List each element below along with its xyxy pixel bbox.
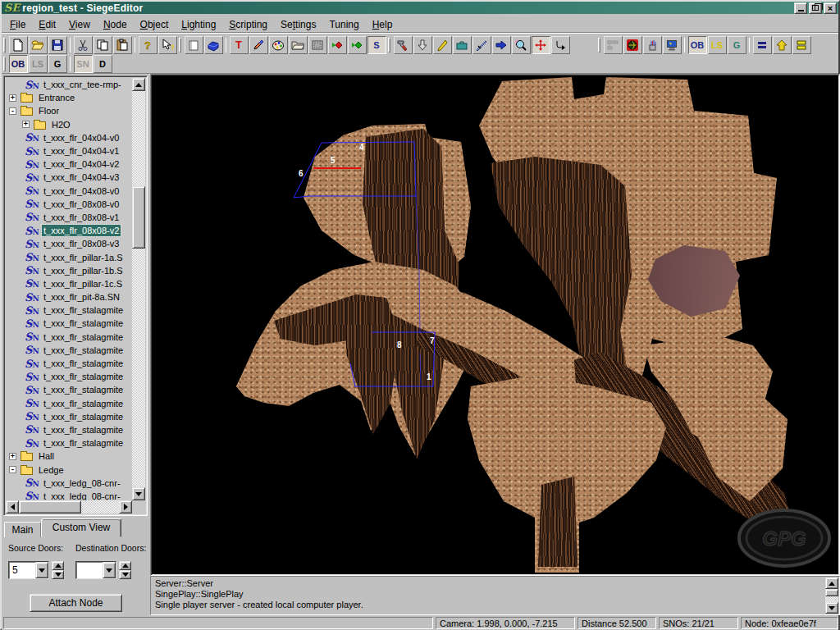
tree-item[interactable]: SN t_xxx_flr_stalagmite	[6, 370, 132, 383]
sword-button[interactable]	[472, 36, 491, 54]
pen-button[interactable]	[433, 36, 452, 54]
tree-item[interactable]: SN t_xxx_flr_04x04-v2	[6, 158, 132, 171]
dropdown-button[interactable]	[35, 562, 48, 578]
pencil-icon[interactable]	[249, 36, 268, 54]
insert-node-green-button[interactable]	[348, 36, 367, 54]
toolbar-grip[interactable]	[388, 38, 390, 52]
insert-node-red-button[interactable]	[328, 36, 347, 54]
mode-ls-button[interactable]: LS	[29, 55, 48, 73]
stepper-up-button[interactable]	[52, 561, 64, 570]
toolbar-grip[interactable]	[598, 38, 600, 52]
destination-doors-select[interactable]	[75, 561, 116, 579]
scroll-thumb[interactable]	[825, 589, 838, 596]
source-doors-stepper[interactable]	[52, 561, 64, 579]
tree-item[interactable]: + SN H2O	[6, 118, 132, 131]
tree-expander[interactable]: -	[9, 466, 16, 473]
toolbar-grip[interactable]	[3, 38, 6, 52]
tree-item[interactable]: SN t_xxx_flr_stalagmite	[6, 383, 132, 396]
menu-item[interactable]: Edit	[32, 17, 62, 32]
scroll-thumb[interactable]	[19, 500, 81, 514]
open-file-button[interactable]	[29, 36, 48, 54]
menu-item[interactable]: Scripting	[222, 17, 274, 32]
screenshot-button[interactable]	[308, 36, 327, 54]
viewport-canvas[interactable]: 456871 GPG	[151, 75, 839, 575]
ls-filter-button[interactable]: LS	[708, 36, 727, 54]
scroll-down-button[interactable]	[825, 602, 838, 614]
snap-toggle-button[interactable]: S	[368, 36, 386, 54]
attach-node-button[interactable]: Attach Node	[30, 594, 122, 612]
tree-item[interactable]: SN t_xxx_flr_stalagmite	[6, 317, 132, 330]
tree-item[interactable]: SN t_xxx_cnr_tee-rmp-	[6, 78, 132, 91]
console-log[interactable]: Server::Server SingePlay::SinglePlay Sin…	[153, 578, 824, 614]
tree-item[interactable]: SN t_xxx_flr_pillar-1a.S	[6, 250, 132, 263]
folder-view-button[interactable]	[289, 36, 308, 54]
close-button[interactable]: ×	[824, 2, 837, 14]
tree-expander[interactable]: +	[9, 453, 16, 460]
toolbar-grip[interactable]	[179, 38, 181, 52]
paste-button[interactable]	[113, 36, 132, 54]
new-file-button[interactable]	[9, 36, 28, 54]
scroll-left-button[interactable]	[6, 500, 19, 514]
menu-item[interactable]: Settings	[274, 17, 322, 32]
tree-item[interactable]: + SN Hall	[6, 450, 132, 463]
notebook-button[interactable]	[185, 36, 203, 54]
blue-chest-button[interactable]	[204, 36, 223, 54]
menu-item[interactable]: Tuning	[322, 17, 365, 32]
tree-expander[interactable]: +	[22, 121, 30, 128]
path-tool-button[interactable]	[551, 36, 570, 54]
scroll-up-button[interactable]	[825, 578, 838, 589]
monitor-button[interactable]	[663, 36, 682, 54]
world-button[interactable]	[623, 36, 642, 54]
destination-doors-stepper[interactable]	[119, 561, 131, 579]
flowchart-button[interactable]	[604, 36, 623, 54]
mode-ob-button[interactable]: OB	[9, 55, 28, 73]
tree-vertical-scrollbar[interactable]	[132, 78, 145, 500]
mode-g-button[interactable]: G	[48, 55, 67, 73]
tree-item[interactable]: SN t_xxx_flr_stalagmite	[6, 357, 132, 370]
scroll-down-button[interactable]	[132, 487, 145, 500]
menu-item[interactable]: View	[62, 17, 97, 32]
tree-item[interactable]: SN t_xxx_flr_pillar-1c.S	[6, 277, 132, 290]
mode-d-button[interactable]: D	[94, 55, 112, 73]
toolbar-grip[interactable]	[3, 57, 6, 71]
tree-expander[interactable]: +	[9, 94, 16, 102]
layers-button[interactable]	[792, 36, 811, 54]
brushes-button[interactable]	[643, 36, 662, 54]
tree-item[interactable]: SN t_xxx_flr_04x04-v0	[6, 131, 132, 144]
tree-item[interactable]: SN t_xxx_ledg_08-cnr-	[6, 477, 132, 490]
menu-item[interactable]: Object	[134, 17, 176, 32]
console-scrollbar[interactable]	[825, 578, 838, 614]
text-tool-button[interactable]: T	[230, 36, 249, 54]
stepper-down-button[interactable]	[52, 570, 64, 579]
tree-item[interactable]: - SN Ledge	[6, 463, 132, 476]
tree-item[interactable]: SN t_xxx_flr_08x08-v2	[6, 224, 132, 237]
palette-button[interactable]	[269, 36, 288, 54]
scroll-up-button[interactable]	[132, 78, 145, 91]
tree-item[interactable]: SN t_xxx_flr_stalagmite	[6, 304, 132, 317]
tree-item[interactable]: SN t_xxx_flr_stalagmite	[6, 397, 132, 410]
ob-filter-button[interactable]: OB	[688, 36, 707, 54]
toolbox-button[interactable]	[453, 36, 472, 54]
tree-item[interactable]: - SN Floor	[6, 104, 132, 117]
stepper-down-button[interactable]	[119, 570, 131, 579]
help-button[interactable]: ?	[139, 36, 158, 54]
tree-item[interactable]: SN t_xxx_ledg_08-cnr-	[6, 490, 132, 500]
tree-item[interactable]: SN t_xxx_flr_04x08-v0	[6, 185, 132, 198]
move-down-button[interactable]	[413, 36, 432, 54]
viewport-3d[interactable]: 456871 GPG	[150, 74, 840, 576]
tree-item[interactable]: SN t_xxx_flr_pit-8a.SN	[6, 290, 132, 304]
tree-expander[interactable]: -	[9, 107, 16, 115]
equals-button[interactable]	[753, 36, 772, 54]
scroll-thumb[interactable]	[132, 186, 145, 249]
move-mode-button[interactable]	[532, 36, 550, 54]
cut-button[interactable]	[74, 36, 93, 54]
tab-main[interactable]: Main	[4, 522, 41, 537]
menu-item[interactable]: Help	[366, 17, 399, 32]
zoom-region-button[interactable]	[512, 36, 531, 54]
tree-item[interactable]: SN t_xxx_flr_stalagmite	[6, 344, 132, 357]
tree-item[interactable]: SN t_xxx_flr_stalagmite	[6, 410, 132, 423]
tab-custom-view[interactable]: Custom View	[41, 518, 121, 537]
menu-item[interactable]: Lighting	[175, 17, 222, 32]
tree-item[interactable]: SN t_xxx_flr_stalagmite	[6, 436, 132, 450]
mode-sn-button[interactable]: SN	[74, 55, 93, 73]
